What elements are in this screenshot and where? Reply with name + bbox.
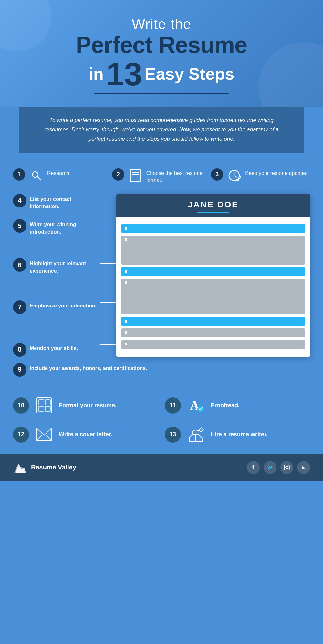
- step-7-circle: 7: [13, 300, 26, 314]
- cover-letter-icon: [34, 425, 54, 444]
- connector-7: [100, 302, 116, 303]
- step-6-row: 6 Highlight your relevant experience.: [13, 258, 100, 275]
- step-11-item: 11 A Proofread.: [165, 396, 310, 415]
- step-2-circle: 2: [112, 168, 124, 181]
- step-9-label: Include your awards, honors, and certifi…: [30, 363, 147, 372]
- step-5-circle: 5: [13, 219, 26, 233]
- svg-point-23: [286, 466, 288, 469]
- svg-rect-11: [45, 400, 50, 405]
- step-5-row: 5 Write your winning introduction.: [13, 219, 100, 236]
- bottom-steps-grid: 10 Format your resume. 11 A Proofread. 1…: [0, 389, 323, 454]
- step-6-circle: 6: [13, 258, 26, 272]
- svg-line-17: [47, 435, 52, 441]
- proofread-icon: A: [186, 396, 205, 415]
- step-8-label: Mention your skills.: [30, 343, 78, 352]
- resume-mock: JANE DOE: [116, 194, 310, 357]
- instagram-icon[interactable]: [280, 461, 293, 474]
- svg-rect-12: [45, 406, 50, 411]
- resume-name: JANE DOE: [123, 200, 304, 210]
- step-13-label: Hire a resume writer.: [211, 431, 268, 438]
- left-steps-column: 4 List your contact information. 5 Write…: [13, 194, 100, 357]
- step-13-circle: 13: [165, 427, 181, 443]
- connector-8: [100, 344, 116, 345]
- facebook-icon[interactable]: f: [247, 461, 260, 474]
- connector-6: [100, 263, 116, 264]
- intro-bar: [121, 224, 305, 233]
- resume-header: JANE DOE: [116, 194, 310, 217]
- footer-brand: Resume Valley: [13, 460, 76, 475]
- footer: Resume Valley f 🐦 in: [0, 454, 323, 481]
- step-12-item: 12 Write a cover letter.: [13, 425, 158, 444]
- step-1-label: Research.: [47, 168, 71, 177]
- step-5-label: Write your winning introduction.: [30, 219, 100, 236]
- step-11-circle: 11: [165, 397, 181, 414]
- twitter-icon[interactable]: 🐦: [264, 461, 276, 474]
- step-7-label: Emphasize your education.: [30, 300, 97, 309]
- step-10-label: Format your resume.: [59, 402, 117, 409]
- header-section: Write the Perfect Resume in 13 Easy Step…: [0, 0, 323, 107]
- svg-rect-10: [39, 406, 44, 411]
- svg-rect-9: [39, 400, 44, 405]
- step-13-item: 13 Hire a resume writer.: [165, 425, 310, 444]
- svg-line-1: [37, 177, 41, 180]
- step-8-circle: 8: [13, 343, 26, 357]
- experience-content-block: [121, 279, 305, 314]
- main-content: 4 List your contact information. 5 Write…: [0, 191, 323, 389]
- step-11-label: Proofread.: [211, 402, 240, 409]
- step-8-row: 8 Mention your skills.: [13, 343, 100, 357]
- svg-line-16: [36, 435, 42, 441]
- step-4-label: List your contact information.: [30, 194, 100, 210]
- document-icon: [128, 168, 142, 183]
- step-10-item: 10 Format your resume.: [13, 396, 158, 415]
- step-3-circle: 3: [211, 168, 223, 181]
- footer-brand-name: Resume Valley: [31, 464, 76, 471]
- header-in: in: [89, 64, 104, 84]
- svg-rect-2: [130, 169, 140, 182]
- header-line1: Write the: [26, 16, 297, 32]
- header-underline: [94, 93, 229, 94]
- skills-row-1: [121, 328, 305, 337]
- intro-box: To write a perfect resume, you must read…: [19, 107, 304, 153]
- step-1-circle: 1: [13, 168, 25, 181]
- header-line2: Perfect Resume: [26, 32, 297, 58]
- clock-check-icon: [227, 168, 241, 183]
- writer-icon: [186, 425, 205, 444]
- resume-body: [116, 217, 310, 356]
- skills-row-2: [121, 340, 305, 349]
- connector-4: [100, 206, 116, 206]
- step-7-row: 7 Emphasize your education.: [13, 300, 100, 314]
- step-2-item: 2 Choose the best resume format.: [112, 168, 211, 184]
- step-3-label: Keep your resume updated.: [245, 168, 309, 177]
- connector-5: [100, 228, 116, 228]
- step-12-circle: 12: [13, 427, 29, 443]
- resume-name-underline: [197, 212, 229, 213]
- step-9-circle: 9: [13, 363, 26, 377]
- footer-social-links[interactable]: f 🐦 in: [247, 461, 310, 474]
- linkedin-icon[interactable]: in: [297, 461, 310, 474]
- step-12-label: Write a cover letter.: [59, 431, 112, 438]
- intro-content-block: [121, 236, 305, 265]
- step-3-item: 3 Keep your resume updated.: [211, 168, 310, 183]
- format-icon: [34, 396, 54, 415]
- step-4-row: 4 List your contact information.: [13, 194, 100, 210]
- intro-text: To write a perfect resume, you must read…: [39, 116, 284, 144]
- step-6-label: Highlight your relevant experience.: [30, 258, 100, 275]
- step-1-item: 1 Research.: [13, 168, 112, 183]
- header-easy-steps: Easy Steps: [145, 64, 234, 84]
- step-4-circle: 4: [13, 194, 26, 207]
- svg-point-24: [288, 466, 289, 466]
- search-icon: [29, 168, 43, 183]
- experience-bar: [121, 267, 305, 276]
- step-2-label: Choose the best resume format.: [146, 168, 211, 184]
- header-line3: in 13 Easy Steps: [26, 58, 297, 90]
- resume-valley-logo-icon: [13, 460, 27, 475]
- header-number: 13: [106, 58, 142, 90]
- step-9-row: 9 Include your awards, honors, and certi…: [13, 357, 310, 380]
- step-10-circle: 10: [13, 397, 29, 414]
- skills-bar: [121, 317, 305, 326]
- connector-lines: [100, 194, 116, 357]
- steps-top-row: 1 Research. 2 Choose the best resume for…: [0, 153, 323, 191]
